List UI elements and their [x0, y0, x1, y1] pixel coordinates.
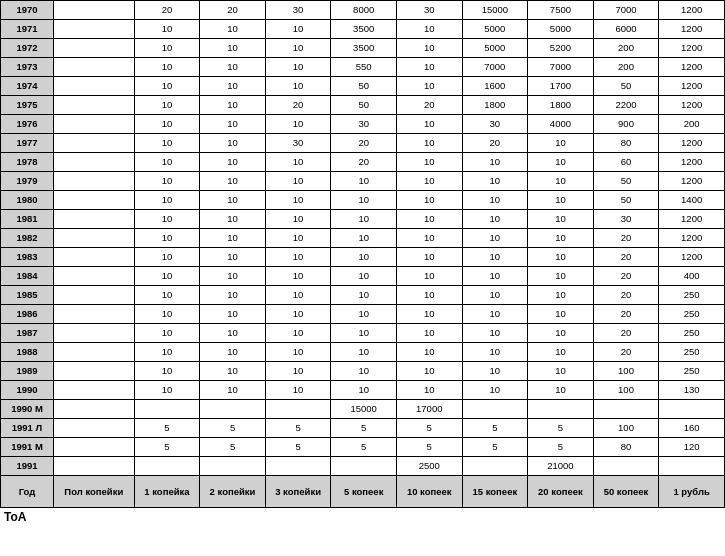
- value-cell: 5: [200, 419, 266, 438]
- value-cell: 10: [134, 20, 200, 39]
- value-cell: 10: [396, 77, 462, 96]
- value-cell: 10: [331, 210, 397, 229]
- value-cell: 10: [134, 362, 200, 381]
- table-row: 197810101020101010601200: [1, 153, 725, 172]
- value-cell: 10: [331, 324, 397, 343]
- value-cell: 10: [134, 305, 200, 324]
- year-cell: 1974: [1, 77, 54, 96]
- value-cell: 10: [265, 210, 331, 229]
- table-row: 1990 М1500017000: [1, 400, 725, 419]
- value-cell: 10: [265, 153, 331, 172]
- value-cell: 20: [462, 134, 528, 153]
- value-cell: 5: [396, 438, 462, 457]
- value-cell: 15000: [331, 400, 397, 419]
- table-row: 1972101010350010500052002001200: [1, 39, 725, 58]
- value-cell: 80: [593, 438, 659, 457]
- table-row: 1974101010501016001700501200: [1, 77, 725, 96]
- value-cell: 10: [396, 58, 462, 77]
- value-cell: 10: [331, 362, 397, 381]
- year-cell: 1986: [1, 305, 54, 324]
- value-cell: [53, 39, 134, 58]
- value-cell: 10: [462, 305, 528, 324]
- value-cell: 5000: [528, 20, 594, 39]
- value-cell: 20: [593, 267, 659, 286]
- value-cell: 20: [593, 286, 659, 305]
- value-cell: 10: [134, 267, 200, 286]
- value-cell: [265, 457, 331, 476]
- value-cell: 1400: [659, 191, 725, 210]
- value-cell: 3500: [331, 20, 397, 39]
- value-cell: 5: [134, 438, 200, 457]
- value-cell: 10: [528, 381, 594, 400]
- value-cell: 10: [396, 191, 462, 210]
- value-cell: [200, 457, 266, 476]
- value-cell: [265, 400, 331, 419]
- value-cell: 10: [200, 58, 266, 77]
- year-cell: 1980: [1, 191, 54, 210]
- value-cell: 10: [396, 229, 462, 248]
- value-cell: [53, 153, 134, 172]
- value-cell: 10: [200, 229, 266, 248]
- value-cell: 5000: [462, 20, 528, 39]
- table-row: 1991 Л5555555100160: [1, 419, 725, 438]
- value-cell: 10: [200, 267, 266, 286]
- value-cell: 200: [659, 115, 725, 134]
- value-cell: 10: [396, 115, 462, 134]
- table-row: 19711010103500105000500060001200: [1, 20, 725, 39]
- year-cell: 1973: [1, 58, 54, 77]
- value-cell: 30: [462, 115, 528, 134]
- value-cell: [53, 267, 134, 286]
- value-cell: 120: [659, 438, 725, 457]
- value-cell: 10: [396, 210, 462, 229]
- value-cell: 10: [396, 134, 462, 153]
- year-cell: 1981: [1, 210, 54, 229]
- value-cell: 10: [134, 96, 200, 115]
- value-cell: 10: [528, 305, 594, 324]
- year-cell: 1988: [1, 343, 54, 362]
- year-cell: 1987: [1, 324, 54, 343]
- value-cell: 20: [134, 1, 200, 20]
- value-cell: 5: [265, 419, 331, 438]
- value-cell: 6000: [593, 20, 659, 39]
- value-cell: 100: [593, 419, 659, 438]
- value-cell: 10: [528, 267, 594, 286]
- value-cell: 10: [462, 248, 528, 267]
- header-cell: 3 копейки: [265, 476, 331, 508]
- value-cell: 10: [134, 324, 200, 343]
- value-cell: 10: [265, 343, 331, 362]
- header-cell: 5 копеек: [331, 476, 397, 508]
- value-cell: 200: [593, 58, 659, 77]
- value-cell: 10: [200, 172, 266, 191]
- value-cell: 160: [659, 419, 725, 438]
- value-cell: 10: [528, 343, 594, 362]
- year-cell: 1991 М: [1, 438, 54, 457]
- value-cell: [53, 400, 134, 419]
- value-cell: 10: [396, 381, 462, 400]
- value-cell: [331, 457, 397, 476]
- year-cell: 1990 М: [1, 400, 54, 419]
- value-cell: 10: [200, 20, 266, 39]
- value-cell: 10: [134, 39, 200, 58]
- value-cell: 10: [200, 381, 266, 400]
- year-cell: 1990: [1, 381, 54, 400]
- value-cell: 200: [593, 39, 659, 58]
- value-cell: 1700: [528, 77, 594, 96]
- value-cell: 10: [134, 210, 200, 229]
- value-cell: [53, 457, 134, 476]
- main-container: 1970202030800030150007500700012001971101…: [0, 0, 725, 526]
- value-cell: 20: [593, 229, 659, 248]
- value-cell: 10: [265, 286, 331, 305]
- header-cell: 20 копеек: [528, 476, 594, 508]
- value-cell: 10: [200, 362, 266, 381]
- value-cell: [200, 400, 266, 419]
- value-cell: [53, 1, 134, 20]
- value-cell: 10: [265, 77, 331, 96]
- value-cell: 10: [396, 153, 462, 172]
- value-cell: [659, 400, 725, 419]
- value-cell: 550: [331, 58, 397, 77]
- value-cell: 10: [265, 172, 331, 191]
- value-cell: 5200: [528, 39, 594, 58]
- value-cell: 10: [462, 286, 528, 305]
- table-row: 19851010101010101020250: [1, 286, 725, 305]
- value-cell: 10: [462, 343, 528, 362]
